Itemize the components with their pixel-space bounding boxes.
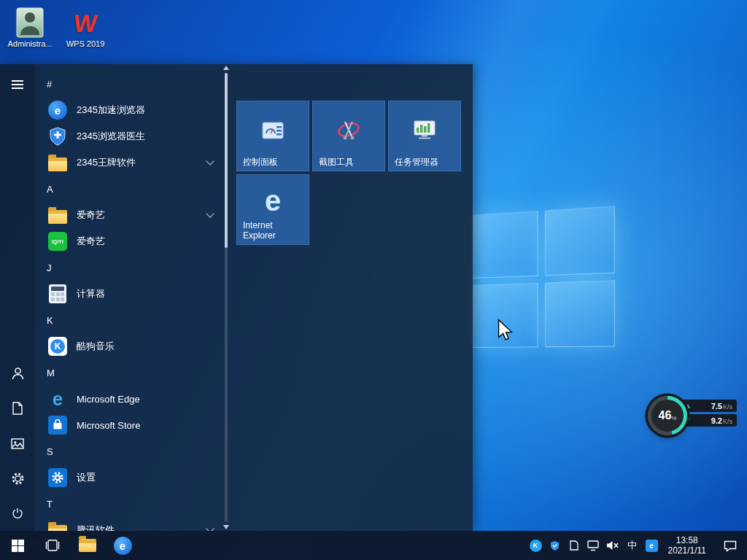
desktop-icon-label: WPS 2019 [58, 39, 113, 49]
download-speed-value: 9.2 [711, 416, 722, 425]
start-menu-rail [0, 64, 35, 531]
app-label: 酷狗音乐 [77, 340, 115, 353]
app-list-header-j[interactable]: J [47, 254, 233, 281]
app-label: 爱奇艺 [77, 235, 105, 248]
upload-speed-row: 7.5 K/s [681, 400, 737, 412]
scrollbar-up-icon[interactable] [223, 66, 229, 70]
app-list-item-2345-speed-browser[interactable]: e 2345加速浏览器 [47, 97, 233, 123]
browser-button[interactable]: e [105, 531, 140, 560]
windows-logo-pane [471, 211, 538, 278]
speed-rows: 7.5 K/s 9.2 K/s [681, 400, 737, 429]
hamburger-menu-button[interactable] [0, 67, 35, 102]
folder-icon [47, 519, 69, 531]
app-list-header-a[interactable]: A [47, 176, 233, 202]
gear-icon [11, 472, 25, 486]
app-list-item-kugou-music[interactable]: K 酷狗音乐 [47, 333, 233, 359]
tray-browser-icon[interactable]: e [646, 536, 658, 555]
folder-icon [47, 152, 69, 174]
picture-icon [11, 438, 24, 449]
chevron-down-icon[interactable] [206, 209, 214, 217]
taskbar: e K [0, 531, 747, 560]
app-list-item-iqiyi-folder[interactable]: 爱奇艺 [47, 202, 233, 228]
documents-button[interactable] [0, 391, 35, 426]
app-list-item-iqiyi[interactable]: iQIYI 爱奇艺 [47, 228, 233, 254]
windows-logo-pane [544, 280, 615, 347]
app-list-item-microsoft-store[interactable]: Microsoft Store [47, 412, 233, 438]
app-list-item-settings[interactable]: 设置 [47, 464, 233, 491]
scrollbar-thumb[interactable] [225, 73, 228, 248]
clock-time: 13:58 [668, 535, 707, 545]
shield-icon [47, 125, 69, 147]
action-center-icon [724, 540, 737, 552]
usage-percent-gauge[interactable]: 46 % [648, 396, 687, 435]
tray-document-icon[interactable] [568, 536, 580, 555]
app-list-item-calculator[interactable]: 计算器 [47, 281, 233, 307]
download-speed-row: 9.2 K/s [681, 414, 737, 427]
app-list-item-microsoft-edge[interactable]: e Microsoft Edge [47, 386, 233, 412]
windows-logo-pane [544, 206, 615, 276]
start-menu-app-list: # e 2345加速浏览器 2345浏览器医生 [35, 64, 233, 531]
chevron-down-icon[interactable] [206, 157, 214, 165]
pictures-button[interactable] [0, 426, 35, 461]
app-list-item-2345-browser-doctor[interactable]: 2345浏览器医生 [47, 123, 233, 149]
folder-icon [47, 204, 69, 226]
download-speed-unit: K/s [723, 418, 732, 425]
scrollbar-down-icon[interactable] [223, 525, 229, 529]
wps-icon: W [58, 6, 113, 38]
browser-circle-icon: e [114, 537, 132, 555]
tile-internet-explorer[interactable]: e Internet Explorer [236, 174, 309, 245]
tray-volume-muted-icon[interactable] [606, 536, 619, 555]
app-label: 爱奇艺 [77, 209, 105, 222]
settings-gear-icon [47, 467, 69, 489]
app-list-header-hash[interactable]: # [47, 71, 233, 97]
app-label: 计算器 [77, 287, 105, 300]
rail-bottom-group [0, 356, 35, 531]
start-menu: # e 2345加速浏览器 2345浏览器医生 [0, 64, 473, 531]
user-account-button[interactable] [0, 356, 35, 391]
tile-label: 控制面板 [243, 157, 306, 167]
task-manager-icon [411, 118, 438, 143]
upload-arrow-icon [686, 404, 690, 408]
iqiyi-icon: iQIYI [47, 230, 69, 252]
app-label: 2345王牌软件 [77, 156, 136, 169]
file-explorer-button[interactable] [70, 531, 105, 560]
upload-speed-unit: K/s [723, 403, 732, 411]
start-button[interactable] [0, 531, 35, 560]
internet-explorer-icon: e [265, 186, 281, 215]
snipping-tool-icon [336, 118, 362, 143]
taskbar-clock[interactable]: 13:58 2021/1/11 [665, 535, 710, 556]
app-label: 设置 [77, 471, 96, 484]
desktop-icon-wps-2019[interactable]: W WPS 2019 [58, 6, 113, 49]
action-center-button[interactable] [716, 531, 744, 560]
app-label: 2345浏览器医生 [77, 130, 145, 143]
mouse-cursor [497, 319, 513, 342]
tray-shield-icon[interactable] [549, 536, 561, 555]
power-button[interactable] [0, 496, 35, 531]
tile-control-panel[interactable]: 控制面板 [236, 101, 309, 171]
tile-snipping-tool[interactable]: 截图工具 [312, 101, 385, 171]
tile-task-manager[interactable]: 任务管理器 [388, 101, 461, 171]
desktop-icon-label: Administra... [2, 39, 58, 49]
app-list-scrollbar[interactable] [223, 66, 229, 529]
task-view-button[interactable] [35, 531, 70, 560]
app-list-item-tencent-software-folder[interactable]: 腾讯软件 [47, 517, 233, 531]
document-icon [12, 402, 23, 415]
kugou-icon: K [47, 335, 69, 357]
calculator-icon [47, 283, 69, 305]
user-icon [12, 367, 24, 380]
desktop-icon-administrator[interactable]: Administra... [2, 6, 58, 49]
app-label: Microsoft Store [77, 420, 140, 431]
tray-network-icon[interactable] [587, 536, 599, 555]
edge-icon: e [47, 388, 69, 410]
app-list-header-k[interactable]: K [47, 307, 233, 333]
app-list-header-m[interactable]: M [47, 359, 233, 386]
app-list-item-2345-software-folder[interactable]: 2345王牌软件 [47, 149, 233, 176]
app-list-header-s[interactable]: S [47, 438, 233, 464]
app-list-header-t[interactable]: T [47, 491, 233, 517]
settings-button[interactable] [0, 461, 35, 496]
power-icon [11, 507, 24, 520]
network-speed-widget[interactable]: 7.5 K/s 9.2 K/s 46 % [648, 396, 738, 438]
tray-input-method-indicator[interactable]: 中 [627, 536, 638, 555]
chevron-down-icon[interactable] [206, 524, 214, 531]
tray-kugou-icon[interactable]: K [530, 536, 542, 555]
